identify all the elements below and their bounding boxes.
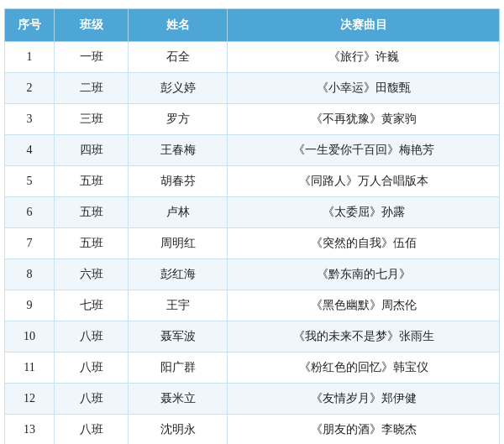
cell-class: 八班 [54, 353, 128, 384]
cell-name: 王春梅 [129, 135, 228, 166]
cell-name: 彭红海 [129, 259, 228, 290]
cell-num: 10 [5, 321, 55, 353]
cell-name: 罗方 [129, 104, 228, 135]
cell-num: 2 [5, 73, 55, 104]
cell-song: 《我的未来不是梦》张雨生 [228, 321, 500, 353]
cell-num: 5 [5, 166, 55, 197]
table-row: 11八班阳广群《粉红色的回忆》韩宝仪 [5, 353, 500, 384]
cell-num: 12 [5, 384, 55, 415]
cell-song: 《小幸运》田馥甄 [228, 73, 500, 104]
header-name: 姓名 [129, 9, 228, 42]
cell-class: 四班 [54, 135, 128, 166]
cell-class: 八班 [54, 415, 128, 445]
table-container: 序号 班级 姓名 决赛曲目 1一班石全《旅行》许巍2二班彭义婷《小幸运》田馥甄3… [0, 0, 504, 444]
table-row: 9七班王宇《黑色幽默》周杰伦 [5, 290, 500, 321]
table-row: 6五班卢林《太委屈》孙露 [5, 197, 500, 228]
cell-song: 《突然的自我》伍佰 [228, 228, 500, 259]
cell-name: 聂军波 [129, 321, 228, 353]
table-body: 1一班石全《旅行》许巍2二班彭义婷《小幸运》田馥甄3三班罗方《不再犹豫》黄家驹4… [5, 42, 500, 445]
table-row: 7五班周明红《突然的自我》伍佰 [5, 228, 500, 259]
table-row: 2二班彭义婷《小幸运》田馥甄 [5, 73, 500, 104]
table-row: 3三班罗方《不再犹豫》黄家驹 [5, 104, 500, 135]
cell-song: 《友情岁月》郑伊健 [228, 384, 500, 415]
cell-num: 9 [5, 290, 55, 321]
cell-name: 胡春芬 [129, 166, 228, 197]
cell-class: 八班 [54, 384, 128, 415]
cell-num: 1 [5, 42, 55, 73]
cell-name: 卢林 [129, 197, 228, 228]
cell-song: 《太委屈》孙露 [228, 197, 500, 228]
cell-num: 11 [5, 353, 55, 384]
cell-class: 三班 [54, 104, 128, 135]
cell-num: 8 [5, 259, 55, 290]
cell-class: 八班 [54, 321, 128, 353]
header-class: 班级 [54, 9, 128, 42]
table-row: 13八班沈明永《朋友的酒》李晓杰 [5, 415, 500, 445]
cell-class: 一班 [54, 42, 128, 73]
cell-num: 7 [5, 228, 55, 259]
header-song: 决赛曲目 [228, 9, 500, 42]
cell-song: 《不再犹豫》黄家驹 [228, 104, 500, 135]
cell-num: 13 [5, 415, 55, 445]
table-row: 5五班胡春芬《同路人》万人合唱版本 [5, 166, 500, 197]
header-num: 序号 [5, 9, 55, 42]
cell-name: 阳广群 [129, 353, 228, 384]
competition-table: 序号 班级 姓名 决赛曲目 1一班石全《旅行》许巍2二班彭义婷《小幸运》田馥甄3… [4, 8, 500, 444]
cell-num: 4 [5, 135, 55, 166]
cell-class: 五班 [54, 197, 128, 228]
cell-name: 彭义婷 [129, 73, 228, 104]
table-row: 1一班石全《旅行》许巍 [5, 42, 500, 73]
table-header-row: 序号 班级 姓名 决赛曲目 [5, 9, 500, 42]
cell-name: 周明红 [129, 228, 228, 259]
cell-name: 沈明永 [129, 415, 228, 445]
cell-class: 七班 [54, 290, 128, 321]
cell-song: 《旅行》许巍 [228, 42, 500, 73]
cell-song: 《粉红色的回忆》韩宝仪 [228, 353, 500, 384]
table-row: 4四班王春梅《一生爱你千百回》梅艳芳 [5, 135, 500, 166]
table-row: 10八班聂军波《我的未来不是梦》张雨生 [5, 321, 500, 353]
cell-song: 《黔东南的七月》 [228, 259, 500, 290]
cell-song: 《朋友的酒》李晓杰 [228, 415, 500, 445]
table-row: 12八班聂米立《友情岁月》郑伊健 [5, 384, 500, 415]
cell-num: 3 [5, 104, 55, 135]
cell-name: 王宇 [129, 290, 228, 321]
cell-song: 《黑色幽默》周杰伦 [228, 290, 500, 321]
cell-num: 6 [5, 197, 55, 228]
cell-name: 聂米立 [129, 384, 228, 415]
cell-name: 石全 [129, 42, 228, 73]
cell-song: 《一生爱你千百回》梅艳芳 [228, 135, 500, 166]
cell-class: 五班 [54, 228, 128, 259]
cell-class: 五班 [54, 166, 128, 197]
table-row: 8六班彭红海《黔东南的七月》 [5, 259, 500, 290]
cell-class: 二班 [54, 73, 128, 104]
cell-class: 六班 [54, 259, 128, 290]
cell-song: 《同路人》万人合唱版本 [228, 166, 500, 197]
